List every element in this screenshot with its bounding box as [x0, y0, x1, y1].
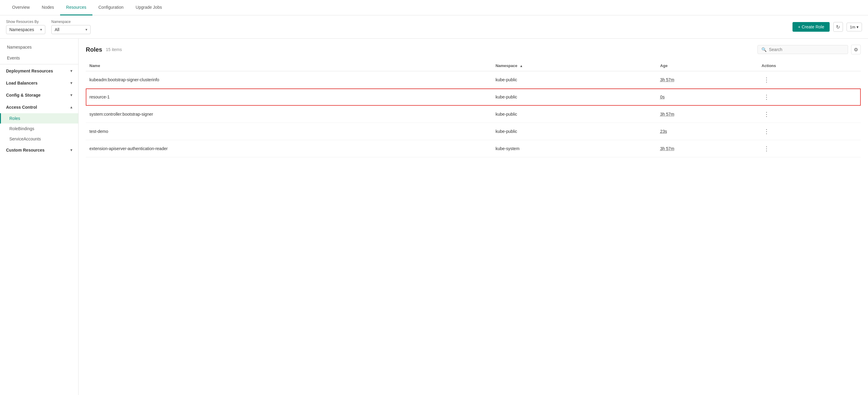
- time-dropdown-icon: ▾: [857, 25, 859, 29]
- chevron-down-icon: ▾: [70, 148, 72, 152]
- section-label: Deployment Resources: [6, 68, 53, 73]
- toolbar: Show Resources By Namespaces ▾ Namespace…: [0, 16, 868, 39]
- sidebar-section-deployment-resources[interactable]: Deployment Resources ▾: [0, 65, 78, 77]
- row-actions: ⋮: [758, 123, 861, 140]
- row-age: 23s: [657, 123, 758, 140]
- show-resources-value: Namespaces: [9, 27, 34, 32]
- chevron-down-icon: ▾: [70, 93, 72, 97]
- sidebar-item-serviceaccounts[interactable]: ServiceAccounts: [0, 134, 78, 144]
- section-label: Custom Resources: [6, 148, 45, 152]
- page-title: Roles: [86, 46, 102, 53]
- tab-resources[interactable]: Resources: [60, 0, 92, 16]
- row-name: extension-apiserver-authentication-reade…: [86, 140, 492, 157]
- search-input[interactable]: [769, 47, 844, 52]
- refresh-icon: ↻: [836, 24, 840, 30]
- divider: [0, 64, 78, 64]
- actions-menu-button[interactable]: ⋮: [762, 93, 771, 101]
- sidebar-section-load-balancers[interactable]: Load Balancers ▾: [0, 77, 78, 89]
- col-header-name: Name: [86, 60, 492, 71]
- tab-configuration[interactable]: Configuration: [92, 0, 130, 16]
- search-icon: 🔍: [762, 47, 767, 52]
- table-row: system:controller:bootstrap-signer kube-…: [86, 106, 861, 123]
- section-label: Load Balancers: [6, 81, 37, 86]
- row-namespace: kube-public: [492, 71, 657, 89]
- chevron-down-icon: ▾: [40, 28, 42, 32]
- toolbar-right: + Create Role ↻ 1m ▾: [793, 22, 862, 32]
- row-name: test-demo: [86, 123, 492, 140]
- section-label: Access Control: [6, 105, 37, 110]
- settings-icon[interactable]: ⚙: [851, 45, 861, 54]
- sidebar: Namespaces Events Deployment Resources ▾…: [0, 39, 79, 395]
- row-namespace: kube-public: [492, 89, 657, 106]
- sidebar-section-custom-resources[interactable]: Custom Resources ▾: [0, 144, 78, 156]
- actions-menu-button[interactable]: ⋮: [762, 144, 771, 153]
- row-actions: ⋮: [758, 106, 861, 123]
- table-row: test-demo kube-public 23s ⋮: [86, 123, 861, 140]
- main-layout: Namespaces Events Deployment Resources ▾…: [0, 39, 868, 395]
- row-actions: ⋮: [758, 71, 861, 89]
- header-right: 🔍 ⚙: [757, 45, 861, 54]
- sidebar-item-roles[interactable]: Roles: [0, 113, 78, 123]
- show-resources-filter: Show Resources By Namespaces ▾: [6, 20, 45, 34]
- time-selector[interactable]: 1m ▾: [846, 23, 862, 31]
- table-row: extension-apiserver-authentication-reade…: [86, 140, 861, 157]
- time-value: 1m: [850, 25, 855, 29]
- top-navigation: Overview Nodes Resources Configuration U…: [0, 0, 868, 16]
- tab-nodes[interactable]: Nodes: [36, 0, 60, 16]
- row-age: 3h 57m: [657, 140, 758, 157]
- chevron-down-icon: ▾: [86, 28, 87, 32]
- row-actions: ⋮: [758, 140, 861, 157]
- section-label: Config & Storage: [6, 93, 40, 97]
- row-namespace: kube-public: [492, 123, 657, 140]
- actions-menu-button[interactable]: ⋮: [762, 110, 771, 118]
- table-row: resource-1 kube-public 0s ⋮: [86, 89, 861, 106]
- content-header: Roles 15 items 🔍 ⚙: [86, 45, 861, 54]
- chevron-down-icon: ▾: [70, 69, 72, 73]
- table-row: kubeadm:bootstrap-signer-clusterinfo kub…: [86, 71, 861, 89]
- show-resources-label: Show Resources By: [6, 20, 45, 24]
- table-header-row: Name Namespace ▲ Age Actions: [86, 60, 861, 71]
- row-name: system:controller:bootstrap-signer: [86, 106, 492, 123]
- show-resources-select[interactable]: Namespaces ▾: [6, 25, 45, 34]
- sidebar-item-events[interactable]: Events: [0, 53, 78, 63]
- sidebar-section-access-control[interactable]: Access Control ▴: [0, 101, 78, 113]
- sort-asc-icon: ▲: [520, 64, 523, 68]
- row-age: 0s: [657, 89, 758, 106]
- namespace-filter: Namespace All ▾: [51, 20, 91, 34]
- namespace-value: All: [55, 27, 60, 32]
- row-age: 3h 57m: [657, 71, 758, 89]
- sidebar-section-config-storage[interactable]: Config & Storage ▾: [0, 89, 78, 101]
- row-name: kubeadm:bootstrap-signer-clusterinfo: [86, 71, 492, 89]
- namespace-filter-label: Namespace: [51, 20, 91, 24]
- tab-overview[interactable]: Overview: [6, 0, 36, 16]
- row-age: 3h 57m: [657, 106, 758, 123]
- row-actions: ⋮: [758, 89, 861, 106]
- row-name: resource-1: [86, 89, 492, 106]
- chevron-up-icon: ▴: [70, 105, 72, 109]
- chevron-down-icon: ▾: [70, 81, 72, 85]
- tab-upgrade-jobs[interactable]: Upgrade Jobs: [130, 0, 168, 16]
- col-header-namespace[interactable]: Namespace ▲: [492, 60, 657, 71]
- col-header-actions: Actions: [758, 60, 861, 71]
- actions-menu-button[interactable]: ⋮: [762, 75, 771, 84]
- refresh-button[interactable]: ↻: [833, 22, 843, 32]
- row-namespace: kube-system: [492, 140, 657, 157]
- sidebar-item-namespaces[interactable]: Namespaces: [0, 42, 78, 53]
- actions-menu-button[interactable]: ⋮: [762, 127, 771, 135]
- row-namespace: kube-public: [492, 106, 657, 123]
- roles-table: Name Namespace ▲ Age Actions kubeadm:boo…: [86, 60, 861, 157]
- create-role-button[interactable]: + Create Role: [793, 22, 830, 32]
- sidebar-item-rolebindings[interactable]: RoleBindings: [0, 123, 78, 134]
- search-box: 🔍: [757, 45, 848, 54]
- col-header-age: Age: [657, 60, 758, 71]
- items-count: 15 items: [106, 47, 122, 52]
- namespace-select[interactable]: All ▾: [51, 25, 91, 34]
- content-area: Roles 15 items 🔍 ⚙ Name Namespace ▲ Age: [79, 39, 868, 395]
